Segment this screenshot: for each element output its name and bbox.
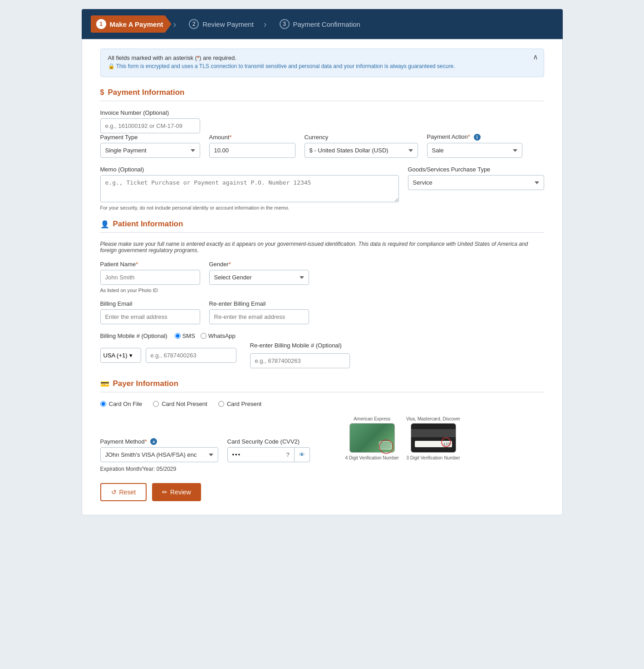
amount-group: Amount*: [209, 134, 295, 158]
gender-group: Gender* Select Gender Male Female Other: [209, 261, 309, 285]
patient-section-divider: [100, 232, 544, 233]
currency-select[interactable]: $ - United States Dollar (USD) € - Euro …: [305, 143, 418, 158]
step-arrow-1: ›: [173, 19, 177, 29]
photo-id-hint: As listed on your Photo ID: [100, 288, 544, 293]
mobile-label-section: Billing Mobile # (Optional) SMS WhatsApp: [100, 332, 544, 339]
stepper: 1 Make A Payment › 2 Review Payment › 3 …: [82, 9, 563, 39]
goods-select[interactable]: Service Goods Digital Goods: [408, 175, 544, 190]
step-3[interactable]: 3 Payment Confirmation: [269, 15, 369, 33]
billing-email-input[interactable]: [100, 309, 200, 324]
payer-section-title: 💳 Payer Information: [100, 379, 544, 388]
card-images-wrapper: American Express 4 Digit Verification Nu…: [345, 416, 461, 462]
card-present-label[interactable]: Card Present: [218, 400, 262, 407]
review-button[interactable]: ✏ Review: [152, 483, 201, 501]
mag-stripe: [411, 429, 456, 437]
cvv-input[interactable]: [227, 447, 282, 462]
card-on-file-text: Card On File: [109, 400, 143, 407]
patient-icon: 👤: [100, 220, 109, 229]
currency-group: Currency $ - United States Dollar (USD) …: [305, 134, 418, 158]
payment-action-info-icon[interactable]: i: [474, 134, 481, 141]
card-on-file-label[interactable]: Card On File: [100, 400, 143, 407]
dollar-icon: $: [100, 88, 104, 97]
mobile-type-radio-group: SMS WhatsApp: [175, 332, 236, 339]
security-notice: 🔒 This form is encrypted and uses a TLS …: [108, 63, 536, 69]
add-payment-method-icon[interactable]: +: [150, 438, 157, 445]
sms-label: SMS: [182, 332, 195, 339]
payment-method-select[interactable]: JOhn Smith's VISA (HSA/FSA) enc: [100, 447, 218, 462]
patient-name-input[interactable]: [100, 270, 200, 285]
whatsapp-radio[interactable]: [201, 333, 206, 339]
page-wrapper: 1 Make A Payment › 2 Review Payment › 3 …: [82, 9, 563, 515]
invoice-input[interactable]: [100, 118, 200, 133]
payment-method-row: Payment Method* + JOhn Smith's VISA (HSA…: [100, 416, 544, 462]
payment-type-group: Payment Type Single Payment Installment …: [100, 134, 200, 158]
card-not-present-radio[interactable]: [153, 401, 159, 407]
required-notice: All fields marked with an asterisk (*) a…: [108, 54, 536, 61]
visa-card-group: Visa, Mastercard, Discover 123 3 Digit V…: [406, 416, 460, 460]
amount-input[interactable]: [209, 143, 295, 158]
card-on-file-radio[interactable]: [100, 401, 106, 407]
goods-group: Goods/Services Purchase Type Service Goo…: [408, 166, 544, 202]
cvv-label: Card Security Code (CVV2): [227, 438, 327, 445]
amex-cvv-circle: [379, 441, 392, 449]
cvv-question-icon: ?: [286, 451, 290, 458]
patient-note: Please make sure your full name is enter…: [100, 241, 544, 254]
visa-card-image: 123: [411, 423, 456, 453]
main-card: ∧ All fields marked with an asterisk (*)…: [82, 39, 563, 515]
card-present-text: Card Present: [227, 400, 262, 407]
step-2[interactable]: 2 Review Payment: [178, 15, 262, 33]
card-present-radio[interactable]: [218, 401, 224, 407]
invoice-label: Invoice Number (Optional): [100, 109, 200, 116]
step-3-label: Payment Confirmation: [293, 20, 360, 28]
step-2-num: 2: [189, 19, 199, 29]
cvv-toggle-button[interactable]: 👁: [295, 447, 310, 462]
payer-section-divider: [100, 392, 544, 392]
whatsapp-label: WhatsApp: [208, 332, 236, 339]
patient-section-title: 👤 Patient Information: [100, 220, 544, 229]
sms-radio-label[interactable]: SMS: [175, 332, 195, 339]
payment-section-divider: [100, 101, 544, 101]
step-1-num: 1: [96, 19, 106, 29]
pencil-icon: ✏: [162, 488, 167, 496]
payment-type-select[interactable]: Single Payment Installment Recurring: [100, 143, 200, 158]
cvv-info-button[interactable]: ?: [282, 447, 295, 462]
cvv-eye-icon: 👁: [299, 451, 305, 458]
mobile-input[interactable]: [146, 348, 236, 363]
memo-hint: For your security, do not include person…: [100, 205, 544, 210]
patient-name-group: Patient Name*: [100, 261, 200, 285]
payment-type-row: Payment Type Single Payment Installment …: [100, 133, 544, 158]
country-code-value: USA (+1): [103, 352, 128, 359]
goods-label: Goods/Services Purchase Type: [408, 166, 544, 173]
amex-card-group: American Express 4 Digit Verification Nu…: [345, 416, 399, 460]
payment-type-label: Payment Type: [100, 134, 200, 141]
country-code-select[interactable]: USA (+1) ▾: [100, 348, 141, 363]
payment-action-select[interactable]: Sale Authorization: [427, 143, 522, 158]
collapse-button[interactable]: ∧: [533, 53, 538, 61]
step-1[interactable]: 1 Make A Payment: [91, 15, 172, 33]
gender-select[interactable]: Select Gender Male Female Other: [209, 270, 309, 285]
sms-radio[interactable]: [175, 333, 181, 339]
mobile-label-row: Billing Mobile # (Optional) SMS WhatsApp: [100, 332, 544, 339]
payment-section-title: $ Payment Information: [100, 88, 544, 97]
mobile-input-group: [146, 348, 236, 363]
reset-button[interactable]: ↺ Reset: [100, 483, 147, 501]
expiry-text: Expiration Month/Year: 05/2029: [100, 466, 544, 472]
re-billing-email-group: Re-enter Billing Email: [209, 300, 309, 324]
payment-method-label: Payment Method* +: [100, 438, 218, 445]
visa-card-label: Visa, Mastercard, Discover: [406, 416, 460, 421]
re-mobile-input[interactable]: [250, 353, 350, 368]
payer-radio-row: Card On File Card Not Present Card Prese…: [100, 400, 544, 407]
amount-label: Amount*: [209, 134, 295, 141]
card-not-present-label[interactable]: Card Not Present: [153, 400, 207, 407]
email-row: Billing Email Re-enter Billing Email: [100, 300, 544, 324]
card-not-present-text: Card Not Present: [162, 400, 207, 407]
mobile-inputs-row: USA (+1) ▾ Re-enter Billing Mobile # (Op…: [100, 342, 544, 368]
patient-name-row: Patient Name* Gender* Select Gender Male…: [100, 261, 544, 285]
re-billing-email-input[interactable]: [209, 309, 309, 324]
memo-input[interactable]: [100, 175, 399, 202]
currency-label: Currency: [305, 134, 418, 141]
whatsapp-radio-label[interactable]: WhatsApp: [201, 332, 236, 339]
gender-label: Gender*: [209, 261, 309, 268]
reset-label: Reset: [119, 488, 136, 496]
review-label: Review: [170, 488, 191, 496]
